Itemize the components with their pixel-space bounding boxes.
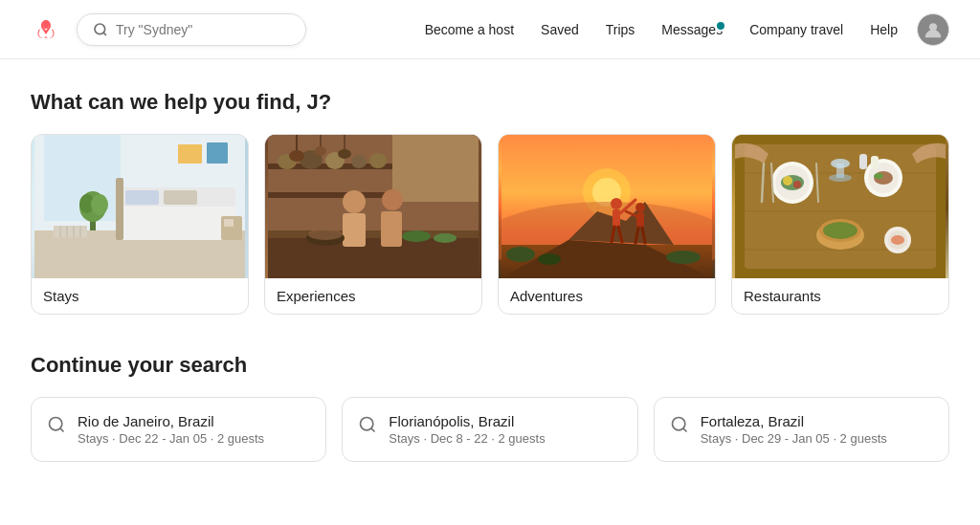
category-card-stays[interactable]: Stays [31,134,249,315]
svg-rect-66 [636,212,644,228]
greeting-title: What can we help you find, J? [31,90,949,115]
category-restaurants-label: Restaurants [732,278,948,314]
search-icon-0 [47,415,66,434]
category-experiences-label: Experiences [265,278,481,314]
svg-point-98 [891,235,904,245]
search-bar[interactable] [77,13,306,46]
svg-point-35 [351,155,367,168]
svg-point-50 [308,229,343,240]
header-left [31,12,306,47]
svg-rect-19 [207,142,228,164]
category-card-experiences[interactable]: Experiences [264,134,482,315]
svg-point-60 [611,198,622,209]
nav-trips[interactable]: Trips [594,14,647,45]
svg-rect-26 [224,219,234,227]
svg-rect-100 [871,156,879,169]
nav-saved[interactable]: Saved [529,14,590,45]
svg-rect-29 [392,135,479,202]
nav-help[interactable]: Help [858,14,909,45]
svg-rect-46 [343,213,366,247]
search-city-1: Florianópolis, Brazil [389,413,545,429]
recent-search-0[interactable]: Rio de Janeiro, Brazil Stays · Dec 22 - … [31,397,326,462]
svg-point-51 [402,230,431,242]
nav-messages[interactable]: Messages [650,14,734,45]
category-stays-label: Stays [32,278,248,314]
svg-point-17 [91,194,108,215]
svg-point-105 [672,418,684,430]
svg-point-103 [361,418,373,430]
nav-company-travel[interactable]: Company travel [738,14,855,45]
header-nav: Become a host Saved Trips Messages Compa… [413,13,949,46]
search-details-0: Stays · Dec 22 - Jan 05 · 2 guests [78,431,264,446]
nav-become-host[interactable]: Become a host [413,14,525,45]
svg-point-36 [369,153,387,168]
svg-line-106 [683,428,687,432]
svg-point-72 [538,253,561,265]
recent-search-2[interactable]: Fortaleza, Brazil Stays · Dec 29 - Jan 0… [654,397,949,462]
svg-point-95 [823,222,858,239]
category-adventures-label: Adventures [499,278,715,314]
svg-line-104 [371,428,375,432]
svg-point-101 [50,418,62,430]
category-grid: Stays [31,134,949,315]
category-card-restaurants[interactable]: Restaurants [731,134,949,315]
svg-line-102 [60,428,64,432]
search-icon-2 [670,415,689,434]
svg-point-42 [338,149,351,159]
svg-point-40 [315,146,326,156]
header: Become a host Saved Trips Messages Compa… [0,0,980,59]
category-card-adventures[interactable]: Adventures [498,134,716,315]
svg-point-71 [666,251,701,264]
search-city-2: Fortaleza, Brazil [701,413,887,429]
recent-searches-grid: Rio de Janeiro, Brazil Stays · Dec 22 - … [31,397,949,462]
search-icon [93,22,108,37]
svg-rect-61 [612,209,620,227]
recent-search-1[interactable]: Florianópolis, Brazil Stays · Dec 8 - 22… [342,397,637,462]
svg-line-2 [103,33,106,35]
svg-point-65 [635,203,645,212]
svg-rect-20 [54,226,87,237]
search-details-1: Stays · Dec 8 - 22 · 2 guests [389,431,545,446]
svg-point-81 [783,176,792,186]
main-content: What can we help you find, J? [0,59,980,462]
svg-rect-48 [381,211,402,247]
svg-point-70 [506,247,535,262]
svg-rect-11 [125,190,159,205]
svg-rect-18 [178,144,202,164]
svg-rect-13 [116,178,123,240]
svg-point-86 [874,173,883,179]
airbnb-logo[interactable] [31,12,61,47]
svg-rect-99 [859,154,867,169]
svg-point-89 [829,174,852,182]
svg-point-1 [95,24,105,34]
svg-point-47 [382,189,403,210]
search-city-0: Rio de Janeiro, Brazil [78,413,264,429]
svg-point-45 [343,190,366,213]
svg-rect-31 [268,192,392,198]
svg-point-82 [793,181,801,188]
search-details-2: Stays · Dec 29 - Jan 05 · 2 guests [701,431,887,446]
search-input[interactable] [116,22,290,37]
svg-point-38 [289,150,304,162]
search-icon-1 [358,415,377,434]
user-avatar[interactable] [917,13,949,46]
svg-point-52 [434,233,457,243]
svg-rect-12 [164,190,197,205]
search-section-title: Continue your search [31,353,949,378]
